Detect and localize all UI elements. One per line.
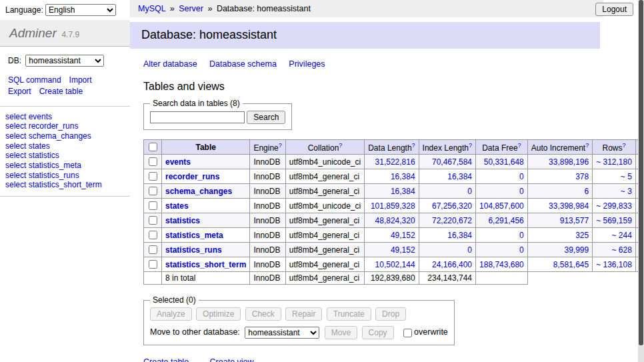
index-length-link[interactable]: 72,220,672: [432, 216, 472, 225]
scrollbar-thumb[interactable]: [639, 0, 643, 345]
rows-count-link[interactable]: ~ 312,180: [596, 157, 632, 167]
help-icon[interactable]: ?: [279, 142, 282, 149]
truncate-button[interactable]: Truncate: [327, 307, 371, 321]
check-button[interactable]: Check: [245, 307, 281, 321]
scrollbar[interactable]: [638, 0, 644, 362]
repair-button[interactable]: Repair: [285, 307, 322, 321]
row-checkbox[interactable]: [149, 201, 157, 210]
data-length-link[interactable]: 31,522,816: [375, 157, 415, 167]
index-length-link[interactable]: 0: [467, 187, 472, 196]
auto-increment-link[interactable]: 913,577: [560, 216, 589, 225]
data-length-link[interactable]: 16,384: [391, 172, 415, 181]
db-select[interactable]: homeassistant: [25, 55, 104, 67]
privileges-link[interactable]: Privileges: [289, 59, 325, 69]
sidebar-item-select-statistics-short-term[interactable]: select statistics_short_term: [5, 180, 125, 190]
sidebar-item-select-recorder-runs[interactable]: select recorder_runs: [5, 121, 125, 131]
row-checkbox[interactable]: [149, 245, 157, 254]
index-length-link[interactable]: 67,256,320: [432, 201, 472, 211]
create-table-sidebar-link[interactable]: Create table: [39, 87, 83, 96]
data-length-link[interactable]: 48,824,320: [375, 216, 415, 225]
analyze-button[interactable]: Analyze: [150, 307, 192, 321]
data-free-link[interactable]: 0: [519, 187, 524, 196]
auto-increment-link[interactable]: 39,999: [564, 245, 589, 255]
auto-increment-link[interactable]: 325: [575, 231, 589, 240]
data-length-link[interactable]: 10,502,144: [375, 260, 415, 269]
sidebar-item-select-statistics-meta[interactable]: select statistics_meta: [5, 161, 125, 171]
table-link[interactable]: recorder_runs: [165, 172, 219, 181]
row-checkbox[interactable]: [149, 172, 157, 181]
search-button[interactable]: Search: [247, 111, 285, 124]
rows-count-link[interactable]: ~ 299,833: [596, 201, 632, 211]
rows-count-link[interactable]: ~ 5: [621, 172, 632, 181]
help-icon[interactable]: ?: [339, 142, 342, 149]
row-checkbox[interactable]: [149, 187, 157, 195]
table-link[interactable]: schema_changes: [165, 187, 232, 196]
data-free-link[interactable]: 0: [519, 172, 524, 181]
data-free-link[interactable]: 0: [519, 231, 524, 240]
index-length-link[interactable]: 16,384: [447, 231, 472, 240]
data-length-link[interactable]: 16,384: [391, 187, 415, 196]
breadcrumb-server-link[interactable]: Server: [179, 4, 203, 13]
data-free-link[interactable]: 0: [519, 245, 524, 255]
overwrite-checkbox[interactable]: [403, 329, 412, 337]
data-length-link[interactable]: 49,152: [391, 245, 415, 255]
import-link[interactable]: Import: [69, 75, 92, 85]
rows-count-link[interactable]: ~ 569,159: [596, 216, 632, 225]
data-length-link[interactable]: 49,152: [391, 231, 415, 240]
sidebar-item-select-states[interactable]: select states: [5, 141, 125, 151]
optimize-button[interactable]: Optimize: [196, 307, 241, 321]
sidebar-item-select-schema-changes[interactable]: select schema_changes: [5, 131, 125, 141]
logout-button[interactable]: Logout: [595, 3, 633, 16]
help-icon[interactable]: ?: [412, 142, 415, 149]
help-icon[interactable]: ?: [469, 142, 472, 149]
table-link[interactable]: statistics_short_term: [165, 260, 246, 269]
rows-count-link[interactable]: ~ 244: [612, 231, 632, 240]
data-free-link[interactable]: 50,331,648: [484, 157, 524, 167]
breadcrumb-mysql-link[interactable]: MySQL: [138, 4, 165, 13]
data-free-link[interactable]: 6,291,456: [488, 216, 523, 225]
sidebar-item-select-statistics[interactable]: select statistics: [5, 151, 125, 161]
move-button[interactable]: Move: [325, 326, 357, 339]
index-length-link[interactable]: 0: [467, 245, 472, 255]
table-link[interactable]: statistics: [165, 216, 200, 225]
rows-count-link[interactable]: ~ 628: [612, 245, 632, 255]
rows-count-link[interactable]: ~ 136,108: [596, 260, 632, 269]
help-icon[interactable]: ?: [518, 142, 521, 149]
row-checkbox[interactable]: [149, 231, 157, 239]
sidebar-item-select-statistics-runs[interactable]: select statistics_runs: [5, 171, 125, 181]
table-link[interactable]: states: [165, 201, 189, 211]
search-input[interactable]: [150, 111, 245, 123]
index-length-link[interactable]: 70,467,584: [432, 157, 472, 167]
auto-increment-link[interactable]: 378: [575, 172, 589, 181]
table-link[interactable]: events: [165, 157, 191, 167]
table-link[interactable]: statistics_meta: [165, 231, 223, 240]
help-icon[interactable]: ?: [623, 142, 626, 149]
index-length-link[interactable]: 16,384: [447, 172, 472, 181]
alter-database-link[interactable]: Alter database: [143, 59, 197, 69]
export-link[interactable]: Export: [8, 87, 31, 96]
row-checkbox[interactable]: [149, 157, 157, 166]
data-length-link[interactable]: 101,859,328: [371, 201, 415, 211]
move-database-select[interactable]: homeassistant: [245, 327, 319, 339]
sidebar-item-select-events[interactable]: select events: [5, 112, 125, 122]
data-free-link[interactable]: 104,857,600: [479, 201, 524, 211]
sql-command-link[interactable]: SQL command: [8, 75, 61, 85]
row-checkbox[interactable]: [149, 216, 157, 225]
create-view-link[interactable]: Create view: [210, 357, 254, 362]
auto-increment-link[interactable]: 6: [584, 187, 589, 196]
auto-increment-link[interactable]: 33,398,984: [549, 201, 589, 211]
rows-count-link[interactable]: ~ 3: [621, 187, 632, 196]
copy-button[interactable]: Copy: [362, 326, 394, 339]
table-link[interactable]: statistics_runs: [165, 245, 222, 255]
help-icon[interactable]: ?: [585, 142, 589, 149]
index-length-link[interactable]: 24,166,400: [432, 260, 472, 269]
row-checkbox[interactable]: [149, 260, 157, 269]
drop-button[interactable]: Drop: [375, 307, 406, 321]
database-schema-link[interactable]: Database schema: [209, 59, 277, 69]
select-all-checkbox[interactable]: [149, 143, 157, 151]
data-free-link[interactable]: 188,743,680: [479, 260, 524, 269]
auto-increment-link[interactable]: 33,898,196: [549, 157, 589, 167]
auto-increment-link[interactable]: 8,581,645: [553, 260, 589, 269]
create-table-link[interactable]: Create table: [143, 357, 189, 362]
language-select[interactable]: English: [45, 4, 116, 16]
